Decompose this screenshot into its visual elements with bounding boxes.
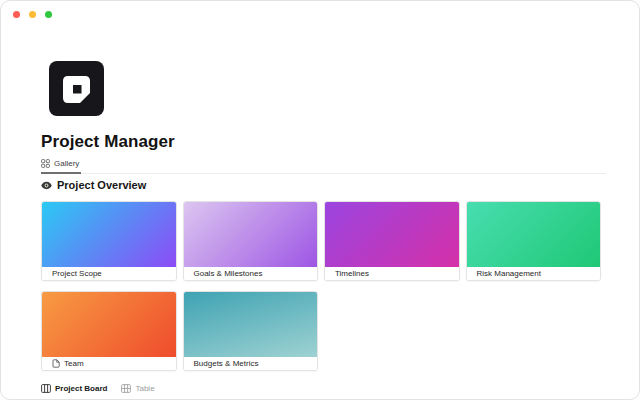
card-cover [42, 292, 176, 357]
card-project-scope[interactable]: Project Scope [41, 201, 177, 281]
tab-table[interactable]: Table [121, 384, 154, 393]
page-title: Project Manager [41, 132, 175, 152]
gallery-view: Project Scope Goals & Milestones Timelin… [41, 201, 601, 371]
table-icon [121, 384, 131, 393]
card-goals-milestones[interactable]: Goals & Milestones [183, 201, 319, 281]
card-footer: Budgets & Metrics [184, 357, 318, 370]
card-footer: Team [42, 357, 176, 370]
card-timelines[interactable]: Timelines [324, 201, 460, 281]
zoom-window-button[interactable] [45, 11, 52, 18]
board-icon [41, 384, 51, 393]
card-risk-management[interactable]: Risk Management [466, 201, 602, 281]
card-label: Team [64, 359, 84, 368]
card-cover [184, 292, 318, 357]
tab-table-label: Table [135, 384, 154, 393]
page-logo-icon[interactable] [49, 61, 104, 116]
card-cover [325, 202, 459, 267]
card-label: Timelines [335, 269, 369, 278]
tab-gallery[interactable]: Gallery [41, 157, 81, 174]
card-cover [467, 202, 601, 267]
eye-icon [41, 181, 52, 190]
tab-project-board[interactable]: Project Board [41, 384, 107, 393]
view-tab-bar: Gallery [41, 157, 606, 174]
tab-project-board-label: Project Board [55, 384, 107, 393]
card-label: Risk Management [477, 269, 541, 278]
card-label: Project Scope [52, 269, 102, 278]
card-team[interactable]: Team [41, 291, 177, 371]
card-footer: Timelines [325, 267, 459, 280]
app-window: Project Manager Gallery Project Over [0, 0, 640, 400]
card-budgets-metrics[interactable]: Budgets & Metrics [183, 291, 319, 371]
card-cover [42, 202, 176, 267]
section-title: Project Overview [57, 179, 146, 191]
card-label: Budgets & Metrics [194, 359, 259, 368]
close-window-button[interactable] [13, 11, 20, 18]
section-header: Project Overview [41, 179, 146, 191]
card-cover [184, 202, 318, 267]
page-icon [52, 359, 60, 368]
minimize-window-button[interactable] [29, 11, 36, 18]
window-controls [13, 11, 52, 18]
card-label: Goals & Milestones [194, 269, 263, 278]
bottom-tab-bar: Project Board Table [41, 384, 155, 393]
tab-gallery-label: Gallery [54, 159, 79, 168]
gallery-grid-icon [41, 159, 50, 168]
card-footer: Risk Management [467, 267, 601, 280]
card-footer: Goals & Milestones [184, 267, 318, 280]
card-footer: Project Scope [42, 267, 176, 280]
